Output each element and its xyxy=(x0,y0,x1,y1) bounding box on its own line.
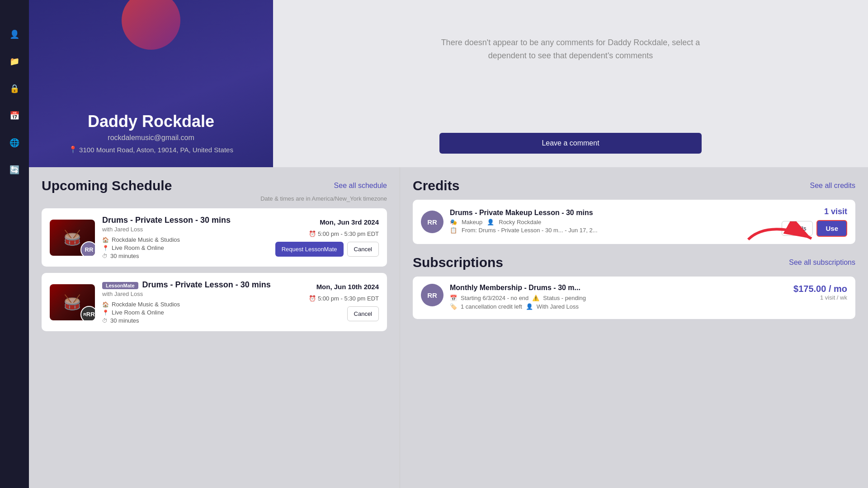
visit-count: 1 visit xyxy=(824,207,847,216)
credits-lesson-title: Drums - Private Makeup Lesson - 30 mins xyxy=(450,209,775,217)
calendar-icon-sub: 📅 xyxy=(450,295,457,301)
cancel-lesson-button-1[interactable]: Cancel xyxy=(347,242,379,257)
schedule-card-1: 🥁 RR Drums - Private Lesson - 30 mins wi… xyxy=(42,208,387,267)
schedule-meta-1: 🏠 Rockdale Music & Studios 📍 Live Room &… xyxy=(102,236,268,259)
schedule-header: Upcoming Schedule See all schedule xyxy=(42,178,387,193)
building-icon: 🏠 xyxy=(102,237,109,243)
makeup-icon: 🎭 xyxy=(450,219,457,225)
sidebar-icon-folder[interactable]: 📁 xyxy=(7,54,22,69)
sidebar-icon-globe[interactable]: 🌐 xyxy=(7,136,22,150)
subscription-info-1: Monthly Membership - Drums - 30 m... 📅 S… xyxy=(450,284,787,312)
schedule-info-2: LessonMate Drums - Private Lesson - 30 m… xyxy=(102,280,281,324)
time-icon: ⏰ xyxy=(309,230,316,237)
credits-card-1: RR Drums - Private Makeup Lesson - 30 mi… xyxy=(413,200,855,244)
lesson-thumbnail-2: 🥁 RRR xyxy=(50,284,95,320)
sub-meta-starting: 📅 Starting 6/3/2024 - no end ⚠️ Status -… xyxy=(450,295,787,301)
schedule-title: Upcoming Schedule xyxy=(42,178,172,193)
meta-room-2: 📍 Live Room & Online xyxy=(102,309,281,316)
tag-icon: 🏷️ xyxy=(450,303,457,310)
building-icon-2: 🏠 xyxy=(102,301,109,308)
request-lessonmate-button[interactable]: Request LessonMate xyxy=(275,242,344,257)
subscription-price: $175.00 / mo xyxy=(793,284,847,294)
profile-email: rockdalemusic@gmail.com xyxy=(108,134,194,142)
details-button[interactable]: Details xyxy=(782,221,813,236)
comments-panel: There doesn't appear to be any comments … xyxy=(273,0,868,167)
lesson-title-2: LessonMate Drums - Private Lesson - 30 m… xyxy=(102,280,281,290)
comments-empty-text: There doesn't appear to be any comments … xyxy=(435,36,706,62)
sidebar-icon-lock[interactable]: 🔒 xyxy=(7,81,22,96)
bottom-row: Upcoming Schedule See all schedule Date … xyxy=(29,167,868,488)
profile-address: 📍 3100 Mount Road, Aston, 19014, PA, Uni… xyxy=(69,145,233,154)
meta-room-1: 📍 Live Room & Online xyxy=(102,244,268,251)
person-icon-sub: 👤 xyxy=(526,303,533,310)
lesson-time-1: ⏰ 5:00 pm - 5:30 pm EDT xyxy=(309,230,379,237)
timezone-note: Date & times are in America/New_York tim… xyxy=(42,195,387,202)
subscription-card-1: RR Monthly Membership - Drums - 30 m... … xyxy=(413,277,855,319)
user-icon-credit: 👤 xyxy=(487,219,494,225)
lesson-time-2: ⏰ 5:00 pm - 5:30 pm EDT xyxy=(309,295,379,302)
profile-card: Daddy Rockdale rockdalemusic@gmail.com 📍… xyxy=(29,0,273,167)
subscriptions-title: Subscriptions xyxy=(413,255,503,270)
meta-location-2: 🏠 Rockdale Music & Studios xyxy=(102,301,281,308)
meta-duration-2: ⏱ 30 minutes xyxy=(102,317,281,324)
profile-name: Daddy Rockdale xyxy=(88,112,214,131)
clock-icon-2: ⏱ xyxy=(102,318,108,324)
use-button[interactable]: Use xyxy=(816,220,847,237)
see-all-schedule-link[interactable]: See all schedule xyxy=(334,182,387,190)
map-pin-icon: 📍 xyxy=(102,245,109,251)
lesson-date-1: Mon, Jun 3rd 2024 xyxy=(320,218,379,226)
subscription-price-area: $175.00 / mo 1 visit / wk xyxy=(793,284,847,301)
lesson-title-1: Drums - Private Lesson - 30 mins xyxy=(102,216,268,225)
clock-icon: ⏱ xyxy=(102,253,108,259)
subscriptions-header: Subscriptions See all subscriptions xyxy=(413,255,855,270)
lesson-thumbnail-1: 🥁 RR xyxy=(50,220,95,256)
see-all-credits-link[interactable]: See all credits xyxy=(810,182,856,190)
schedule-info-1: Drums - Private Lesson - 30 mins with Ja… xyxy=(102,216,268,259)
avatar xyxy=(122,0,180,50)
cancel-lesson-button-2[interactable]: Cancel xyxy=(347,306,379,321)
lesson-buttons-1: Request LessonMate Cancel xyxy=(275,242,379,257)
lessonmate-badge: LessonMate xyxy=(102,282,138,289)
sidebar-icon-calendar[interactable]: 📅 xyxy=(7,108,22,123)
credits-header: Credits See all credits xyxy=(413,178,855,193)
see-all-subscriptions-link[interactable]: See all subscriptions xyxy=(789,258,855,267)
credits-type-row: 🎭 Makeup 👤 Rocky Rockdale xyxy=(450,219,775,225)
credits-title: Credits xyxy=(413,178,459,193)
schedule-actions-1: Mon, Jun 3rd 2024 ⏰ 5:00 pm - 5:30 pm ED… xyxy=(275,218,379,257)
warning-icon: ⚠️ xyxy=(532,295,539,301)
lesson-buttons-2: Cancel xyxy=(347,306,379,321)
drum-icon: 🥁 xyxy=(63,229,81,246)
sidebar-icon-refresh[interactable]: 🔄 xyxy=(7,163,22,177)
credits-actions-1: 1 visit Details Use xyxy=(782,207,847,237)
credits-from-row: 📋 From: Drums - Private Lesson - 30 m...… xyxy=(450,227,775,234)
sidebar-icon-user[interactable]: 👤 xyxy=(7,27,22,42)
schedule-actions-2: Mon, Jun 10th 2024 ⏰ 5:00 pm - 5:30 pm E… xyxy=(288,283,379,321)
leave-comment-button[interactable]: Leave a comment xyxy=(439,133,702,154)
meta-duration-1: ⏱ 30 minutes xyxy=(102,253,268,259)
lesson-instructor-2: with Jared Loss xyxy=(102,291,281,297)
credits-info-1: Drums - Private Makeup Lesson - 30 mins … xyxy=(450,209,775,235)
schedule-section: Upcoming Schedule See all schedule Date … xyxy=(29,167,400,488)
credits-avatar-1: RR xyxy=(421,211,443,233)
subscription-title-1: Monthly Membership - Drums - 30 m... xyxy=(450,284,787,292)
main-wrapper: Daddy Rockdale rockdalemusic@gmail.com 📍… xyxy=(29,0,868,488)
drum-icon-2: 🥁 xyxy=(63,294,81,311)
right-section: Credits See all credits RR Drums - Priva… xyxy=(400,167,868,488)
sub-meta-cancellation: 🏷️ 1 cancellation credit left 👤 With Jar… xyxy=(450,303,787,310)
map-pin-icon-2: 📍 xyxy=(102,310,109,316)
lesson-instructor-1: with Jared Loss xyxy=(102,226,268,233)
from-icon: 📋 xyxy=(450,227,457,234)
location-icon: 📍 xyxy=(69,145,77,154)
top-row: Daddy Rockdale rockdalemusic@gmail.com 📍… xyxy=(29,0,868,167)
schedule-card-2: 🥁 RRR LessonMate Drums - Private Lesson … xyxy=(42,273,387,331)
meta-location-1: 🏠 Rockdale Music & Studios xyxy=(102,236,268,243)
subscription-avatar-1: RR xyxy=(421,284,443,306)
schedule-meta-2: 🏠 Rockdale Music & Studios 📍 Live Room &… xyxy=(102,301,281,324)
subscription-freq: 1 visit / wk xyxy=(793,294,847,301)
time-icon-2: ⏰ xyxy=(309,295,316,302)
lesson-date-2: Mon, Jun 10th 2024 xyxy=(316,283,379,291)
sidebar: 👤 📁 🔒 📅 🌐 🔄 xyxy=(0,0,29,488)
